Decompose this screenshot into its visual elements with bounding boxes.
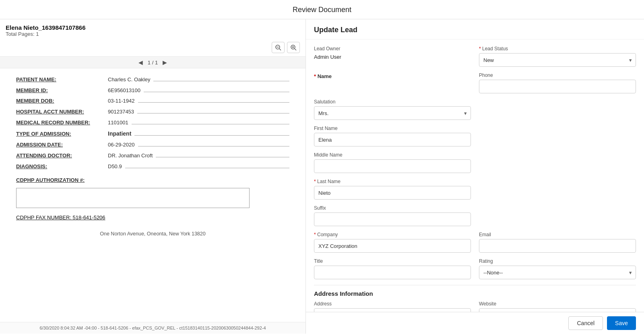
last-name-input[interactable] (314, 186, 471, 200)
company-label: Company (314, 232, 471, 237)
suffix-field[interactable]: Suffix (314, 205, 471, 226)
doc-field-label: TYPE OF ADMISSION: (16, 129, 105, 139)
title-label: Title (314, 258, 471, 264)
doc-field-label: MEDICAL RECORD NUMBER: (16, 118, 105, 128)
name-section-header: * Name (314, 72, 471, 93)
doc-field-label: DIAGNOSIS: (16, 162, 105, 172)
doc-field-label: PATIENT NAME: (16, 75, 105, 85)
doc-field-line (137, 113, 289, 113)
doc-field-line (125, 168, 289, 168)
salutation-label: Salutation (314, 99, 471, 105)
salutation-select[interactable]: Mrs. Mr. Ms. Dr. Prof. (314, 106, 471, 120)
doc-field-value: 1101001 (105, 118, 128, 128)
doc-title: Elena Nieto_1639847107866 (6, 24, 300, 31)
lead-status-label: Lead Status (479, 46, 636, 52)
doc-field-row: MEMBER ID:6E956013100 (16, 86, 289, 96)
empty-right2 (479, 126, 636, 146)
lead-status-select[interactable]: New Assigned In Process Converted Recycl… (479, 53, 636, 67)
middle-name-label: Middle Name (314, 152, 471, 158)
address-section-header: Address Information (314, 285, 636, 301)
email-label: Email (479, 232, 636, 237)
doc-field-value: Inpatient (105, 128, 131, 139)
lead-status-field[interactable]: Lead Status New Assigned In Process Conv… (479, 46, 636, 67)
doc-field-row: TYPE OF ADMISSION:Inpatient (16, 128, 289, 139)
lead-owner-value: Admin User (314, 53, 471, 61)
doc-field-value: 6E956013100 (105, 86, 140, 96)
rating-select[interactable]: --None-- Hot Warm Cold (479, 266, 636, 279)
first-name-input[interactable] (314, 133, 471, 146)
empty-right3 (479, 152, 636, 173)
first-name-field[interactable]: First Name (314, 126, 471, 146)
lead-owner-field: Lead Owner Admin User (314, 46, 471, 67)
suffix-input[interactable] (314, 212, 471, 226)
save-button[interactable]: Save (607, 316, 636, 330)
doc-field-line (134, 135, 289, 136)
doc-field-value: 03-11-1942 (105, 96, 135, 106)
form-panel: Update Lead Lead Owner Admin User Lead S… (306, 19, 644, 334)
doc-field-line (153, 81, 289, 81)
last-name-field[interactable]: Last Name (314, 179, 471, 200)
doc-content: PATIENT NAME:Charles C. OakleyMEMBER ID:… (0, 68, 305, 322)
doc-field-label: ADMISSION DATE: (16, 140, 105, 150)
doc-field-line (138, 146, 290, 146)
title-field[interactable]: Title (314, 258, 471, 279)
doc-field-value: DR. Jonathan Croft (105, 151, 153, 161)
auth-label: CDPHP AUTHORIZATION #: (16, 175, 289, 186)
doc-field-value: 06-29-2020 (105, 140, 135, 150)
email-input[interactable] (479, 239, 636, 253)
doc-field-row: MEDICAL RECORD NUMBER:1101001 (16, 118, 289, 128)
name-section-label-text: Name (318, 73, 332, 79)
doc-field-label: MEMBER DOB: (16, 96, 105, 106)
title-input[interactable] (314, 266, 471, 279)
svg-line-4 (295, 49, 296, 50)
salutation-field[interactable]: Salutation Mrs. Mr. Ms. Dr. Prof. (314, 99, 471, 120)
last-name-label: Last Name (314, 179, 471, 184)
doc-field-line (138, 102, 290, 103)
zoom-out-button[interactable] (272, 42, 285, 53)
document-panel: Elena Nieto_1639847107866 Total Pages: 1 (0, 19, 306, 334)
phone-input[interactable] (479, 80, 636, 93)
doc-field-value: 901237453 (105, 107, 134, 117)
doc-field-row: PATIENT NAME:Charles C. Oakley (16, 75, 289, 85)
doc-field-label: HOSPITAL ACCT NUMBER: (16, 107, 105, 117)
svg-line-1 (279, 49, 281, 50)
doc-field-line (156, 157, 289, 157)
company-field[interactable]: Company (314, 232, 471, 253)
page-title: Review Document (0, 0, 644, 19)
first-name-label: First Name (314, 126, 471, 131)
phone-label: Phone (479, 72, 636, 78)
doc-field-row: ATTENDING DOCTOR:DR. Jonathan Croft (16, 151, 289, 161)
empty-right5 (479, 205, 636, 226)
auth-box (16, 188, 250, 208)
phone-field[interactable]: Phone (479, 72, 636, 93)
doc-field-row: HOSPITAL ACCT NUMBER:901237453 (16, 107, 289, 117)
doc-footer: 6/30/2020 8:04:32 AM -04:00 - 518-641-52… (0, 322, 305, 334)
middle-name-input[interactable] (314, 159, 471, 173)
doc-total-pages: Total Pages: 1 (6, 31, 300, 37)
page-indicator: 1 / 1 (148, 60, 158, 66)
website-label: Website (479, 301, 636, 307)
doc-navigation: ◀ 1 / 1 ▶ (0, 56, 305, 68)
address-label: Address (314, 301, 471, 307)
middle-name-field[interactable]: Middle Name (314, 152, 471, 173)
fax-number: CDPHP FAX NUMBER: 518-641-5206 (16, 213, 289, 223)
doc-address: One Norton Avenue, Oneonta, New York 138… (16, 229, 289, 239)
suffix-label: Suffix (314, 205, 471, 211)
empty-right4 (479, 179, 636, 200)
company-input[interactable] (314, 239, 471, 253)
doc-field-row: DIAGNOSIS:D50.9 (16, 162, 289, 172)
doc-field-label: MEMBER ID: (16, 86, 105, 96)
prev-page-button[interactable]: ◀ (137, 58, 144, 66)
cancel-button[interactable]: Cancel (568, 316, 603, 330)
doc-toolbar (0, 40, 305, 56)
rating-field[interactable]: Rating --None-- Hot Warm Cold (479, 258, 636, 279)
doc-field-row: MEMBER DOB:03-11-1942 (16, 96, 289, 106)
action-bar: Cancel Save (306, 312, 644, 334)
email-field[interactable]: Email (479, 232, 636, 253)
next-page-button[interactable]: ▶ (161, 58, 169, 66)
lead-owner-label: Lead Owner (314, 46, 471, 52)
rating-label: Rating (479, 258, 636, 264)
zoom-in-button[interactable] (287, 42, 300, 53)
doc-field-value: Charles C. Oakley (105, 75, 150, 85)
doc-field-line (144, 92, 289, 92)
